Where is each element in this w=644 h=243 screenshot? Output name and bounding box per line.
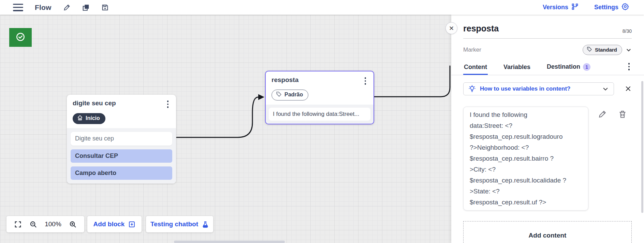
content-line: $resposta_cep.result.localidade ?	[470, 175, 582, 186]
plus-square-icon	[128, 221, 135, 228]
add-content-label: Add content	[529, 232, 567, 243]
help-banner[interactable]: How to use variables in content?	[463, 82, 614, 95]
settings-label: Settings	[594, 4, 618, 11]
chevron-down-icon[interactable]	[602, 85, 609, 92]
banner-close-icon[interactable]	[625, 85, 632, 92]
zoom-toolbar: 100%	[6, 216, 84, 232]
help-banner-link[interactable]: How to use variables in content?	[480, 85, 570, 92]
delete-content-icon[interactable]	[618, 110, 627, 211]
fullscreen-icon[interactable]	[14, 220, 22, 228]
tab-destination[interactable]: Destination 1	[546, 63, 591, 75]
block-name-input[interactable]: resposta	[463, 24, 632, 33]
add-content-button[interactable]: Add content	[463, 221, 632, 243]
add-block-button[interactable]: Add block	[87, 216, 142, 232]
tab-content[interactable]: Content	[463, 64, 488, 75]
option-button-consultar-cep[interactable]: Consultar CEP	[71, 149, 172, 163]
marker-label: Marker	[463, 46, 481, 53]
content-line: ?>Neighborhood: <?	[470, 142, 582, 153]
settings-button[interactable]: Settings	[594, 3, 629, 12]
home-icon	[77, 115, 83, 122]
vertical-scrollbar[interactable]	[641, 81, 643, 213]
node-menu-icon[interactable]	[363, 76, 368, 86]
zoom-in-icon[interactable]	[69, 220, 77, 228]
tag-icon	[587, 46, 592, 53]
edit-pencil-icon[interactable]	[63, 4, 71, 11]
flow-canvas[interactable]: digite seu cep Início Digite seu cep Con…	[0, 15, 451, 243]
tab-label: Destination	[547, 63, 580, 70]
menu-icon[interactable]	[13, 4, 23, 11]
node-title: resposta	[272, 76, 298, 84]
node-menu-icon[interactable]	[165, 99, 171, 109]
marker-badge: Padrão	[272, 90, 308, 100]
node-text-input[interactable]: Digite seu cep	[71, 132, 172, 146]
tab-variables[interactable]: Variables	[503, 64, 531, 75]
content-line: data:Street: <?	[470, 120, 582, 131]
node-resposta[interactable]: resposta Padrão I found the following da…	[265, 71, 374, 124]
content-line: $resposta_cep.result.logradouro	[470, 131, 582, 142]
start-badge-label: Início	[86, 115, 100, 121]
option-button-campo-aberto[interactable]: Campo aberto	[71, 166, 172, 180]
tag-icon	[276, 91, 282, 98]
panel-menu-icon[interactable]	[626, 62, 632, 71]
content-card[interactable]: I found the following data:Street: <? $r…	[463, 107, 588, 211]
marker-badge-label: Padrão	[284, 92, 303, 98]
zoom-out-icon[interactable]	[29, 220, 37, 228]
add-block-label: Add block	[93, 220, 125, 228]
gear-icon	[621, 3, 629, 12]
chevron-down-icon[interactable]	[626, 47, 632, 53]
start-badge: Início	[73, 113, 105, 124]
content-line: $resposta_cep.result.bairro ?	[470, 153, 582, 164]
destination-count-badge: 1	[583, 63, 590, 71]
flow-start-marker[interactable]	[9, 28, 32, 47]
edge-arrowhead	[258, 94, 264, 100]
node-title: digite seu cep	[73, 99, 116, 107]
save-icon[interactable]	[101, 4, 109, 11]
horizontal-scrollbar[interactable]	[174, 241, 285, 243]
edit-content-icon[interactable]	[598, 110, 607, 211]
marker-value: Standard	[595, 47, 617, 53]
flask-icon	[202, 221, 209, 228]
node-digite-seu-cep[interactable]: digite seu cep Início Digite seu cep Con…	[67, 95, 176, 184]
top-bar: Flow Versions Settings	[0, 0, 644, 15]
block-settings-panel: ✕ resposta 8/30 Marker Standard	[451, 15, 644, 243]
lightbulb-icon	[468, 85, 476, 93]
versions-label: Versions	[543, 4, 568, 11]
content-line: >City: <?	[470, 164, 582, 175]
copy-icon[interactable]	[82, 4, 90, 11]
tab-label: Content	[464, 64, 487, 71]
content-line: $resposta_cep.result.uf ?>	[470, 197, 582, 208]
panel-close-button[interactable]: ✕	[445, 22, 457, 34]
git-branch-icon	[571, 3, 579, 12]
char-counter: 8/30	[623, 28, 632, 34]
check-circle-icon	[15, 32, 26, 43]
testing-chatbot-button[interactable]: Testing chatbot	[146, 216, 213, 232]
marker-select[interactable]: Standard	[583, 45, 622, 55]
tab-label: Variables	[503, 64, 530, 71]
page-title: Flow	[35, 3, 52, 12]
versions-button[interactable]: Versions	[543, 3, 579, 12]
content-preview[interactable]: I found the following data:Street...	[269, 108, 370, 121]
zoom-level: 100%	[45, 220, 61, 228]
testing-chatbot-label: Testing chatbot	[150, 220, 198, 228]
content-line: I found the following	[470, 109, 582, 120]
content-line: >State: <?	[470, 186, 582, 197]
